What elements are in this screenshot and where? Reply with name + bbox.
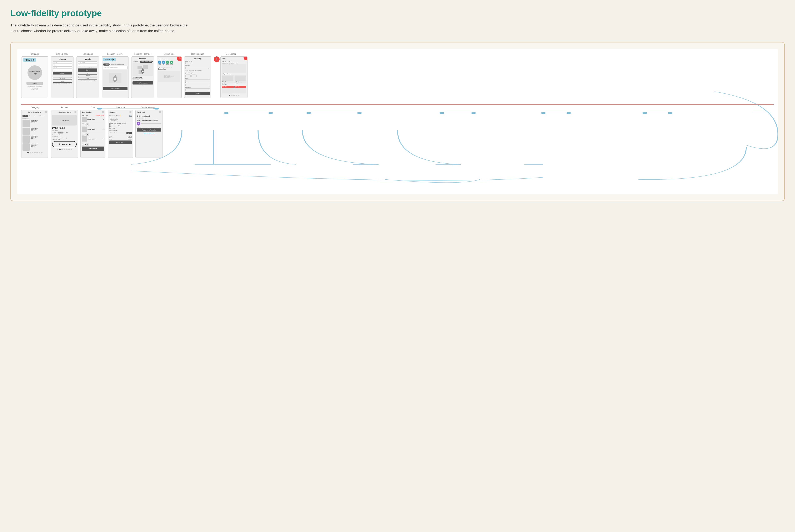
home-offers-row2 (222, 88, 246, 93)
cat-item-3-info[interactable]: Drink Name Description Price $0 (31, 135, 37, 143)
label-cart: Cart (91, 106, 95, 109)
card-option: **** **** **** 1234 (109, 124, 132, 126)
cart-qty-plus-2[interactable]: + (86, 133, 89, 136)
cat-item-4: Drink Name Description Price $0 (22, 144, 47, 151)
view-order-btn[interactable]: View order information (137, 129, 161, 132)
milk-almond[interactable]: ○ Almond Milk (52, 139, 77, 140)
svg-rect-3 (138, 66, 142, 69)
cart-qty-minus-1[interactable]: - (82, 124, 84, 126)
milk-cow-lactose[interactable]: ○ Cow Milk (Lactose Free) (52, 137, 77, 139)
time-field[interactable]: ⌄ (189, 62, 192, 64)
signup-password-field[interactable]: Password (53, 69, 72, 71)
cart-item-3-remove[interactable]: ✕ (103, 138, 104, 140)
screen-confirmation: Thank you! Order confirmed! Number #1234… (135, 110, 163, 158)
skip-link[interactable]: Skip (132, 86, 153, 87)
cat-item-1-info[interactable]: Drink Name Description Price $0 (31, 120, 37, 127)
login-password-field[interactable]: Password (78, 64, 97, 66)
milk-cow[interactable]: ○ Cow Milk (52, 136, 77, 137)
cat-item-4-info[interactable]: Drink Name Description Price $0 (31, 144, 37, 151)
date-field[interactable] (185, 62, 188, 64)
signup-phone-field[interactable]: Phone (53, 64, 72, 66)
category-tabs: Coffee Tea Juice Milkshake (22, 115, 47, 117)
top-row: 1st page Flow 1 Coffee House Logo Sign-i… (21, 53, 774, 98)
forgot-password[interactable]: forgot password? (78, 66, 97, 68)
add-to-cart-btn[interactable]: + Add to cart (52, 141, 77, 147)
cart-checkout-btn[interactable]: Checkout (82, 147, 104, 151)
login-signin-btn[interactable]: Sign in (78, 69, 97, 72)
product-back[interactable]: ← (52, 111, 54, 113)
lastname-field[interactable] (192, 75, 197, 77)
signin-btn-first[interactable]: Sign-in (26, 82, 43, 85)
applepay-radio[interactable] (109, 126, 111, 128)
location2-tabs: Delivery In the Coffee House (132, 61, 153, 63)
login-gmail-btn[interactable]: Gmail (78, 77, 97, 80)
home-offer-2[interactable]: 20% off!!! (234, 86, 247, 88)
apply-btn[interactable]: Apply (126, 132, 132, 134)
cart-item-2-remove[interactable]: ✕ (103, 129, 104, 130)
home-items-row: Coffee Name$ Price Coffee Name$ Price (222, 75, 246, 83)
phone-field[interactable] (185, 84, 210, 87)
login-facebook-btn[interactable]: Facebook (78, 74, 97, 77)
signup-email-field[interactable]: E-mail (53, 66, 72, 69)
cart-qty-plus-1[interactable]: + (86, 124, 89, 126)
cat-dot-2 (30, 152, 31, 153)
screen-location1: Flow 2 Delivery enter the Coffee House T… (102, 56, 129, 98)
cart-item-1-name: Coffee Name (88, 119, 102, 120)
finish-order-btn[interactable]: Finish Order (109, 140, 132, 144)
signup-gmail-btn[interactable]: Gmail (53, 80, 72, 83)
people-field[interactable]: ⌄ (185, 66, 210, 69)
email-field[interactable] (185, 79, 210, 82)
cat-description: Description (22, 118, 47, 119)
delivery-tab[interactable]: Delivery (103, 63, 110, 65)
home-latest-label: Latest offers (222, 84, 246, 86)
register-button[interactable]: Register (53, 72, 72, 75)
prefs-field[interactable]: ⌄ (185, 89, 210, 91)
back-home-link[interactable]: Back to Home Pa... (135, 132, 162, 134)
save-location-btn[interactable]: Save location (103, 87, 127, 90)
cat-tab-juice[interactable]: Juice (33, 115, 37, 117)
size-small-btn[interactable]: Small (52, 132, 57, 134)
booking-date-row: Date: Time: ⌄ (185, 61, 210, 64)
booking-confirm-btn[interactable]: Confirm (185, 92, 210, 95)
address-input[interactable]: Type your address here... (103, 66, 127, 69)
cart-item-2-info: Coffee Name (88, 129, 102, 130)
prod-dot-4 (64, 149, 65, 150)
cat-tab-coffee[interactable]: Coffee (22, 115, 28, 117)
prod-dot-1 (57, 149, 58, 150)
home-item-2[interactable]: Coffee Name$ Price (234, 75, 247, 83)
cart-item-1-remove[interactable]: ✕ (103, 119, 104, 120)
category-back[interactable]: ← (23, 111, 24, 113)
question-text: What would you like to bring? (185, 70, 210, 71)
flow2-badge[interactable]: Flow 2 (103, 58, 116, 61)
size-medium-btn[interactable]: Medium (57, 132, 64, 134)
signup-facebook-btn[interactable]: Facebook (53, 77, 72, 80)
product-icon (74, 111, 76, 113)
btc-label[interactable]: Btc (109, 128, 111, 129)
location2-delivery-tab[interactable]: Delivery (132, 61, 139, 63)
order-progress: 3 (137, 122, 161, 126)
cart-qty-minus-3[interactable]: - (82, 143, 84, 146)
map-link[interactable]: Map (129, 115, 132, 116)
cart-qty-minus-2[interactable]: - (82, 133, 84, 136)
cat-tab-tea[interactable]: Tea (29, 115, 32, 117)
screen-cart: Shopping Cart Your Cart Total $890.00 Co… (80, 110, 105, 158)
signup-already: Already have an account? Sign-in (52, 83, 73, 84)
signup-name-field[interactable]: Name (53, 61, 72, 63)
size-large-btn[interactable]: Large (64, 132, 69, 134)
cart-qty-plus-3[interactable]: + (86, 143, 89, 146)
takeaway-tab[interactable]: enter the Coffee House (110, 63, 125, 65)
confirm-location-btn[interactable]: Confirm location (132, 81, 153, 84)
card-radio[interactable] (109, 124, 111, 126)
login-lastname-field[interactable]: Last Name (78, 61, 97, 63)
firstname-field[interactable] (185, 75, 191, 77)
cat-item-2-info[interactable]: Drink Name Description Price $0 (31, 128, 37, 135)
cart-item-3: Coffee Name ✕ (82, 136, 104, 142)
cash-label[interactable]: Cash (112, 128, 115, 129)
location2-inhouse-tab[interactable]: In the Coffee House (140, 61, 153, 63)
home-item-1[interactable]: Coffee Name$ Price (222, 75, 234, 83)
promo-code-input[interactable]: Promo Code (109, 132, 126, 134)
flow1-badge[interactable]: Flow 1 (23, 58, 36, 62)
home-offer-1[interactable]: 20% off!!! (222, 86, 234, 88)
cat-tab-milkshake[interactable]: Milkshake (38, 115, 45, 117)
coffee-house-address: Road pepper 153, 03300 431 52332 (132, 78, 153, 80)
